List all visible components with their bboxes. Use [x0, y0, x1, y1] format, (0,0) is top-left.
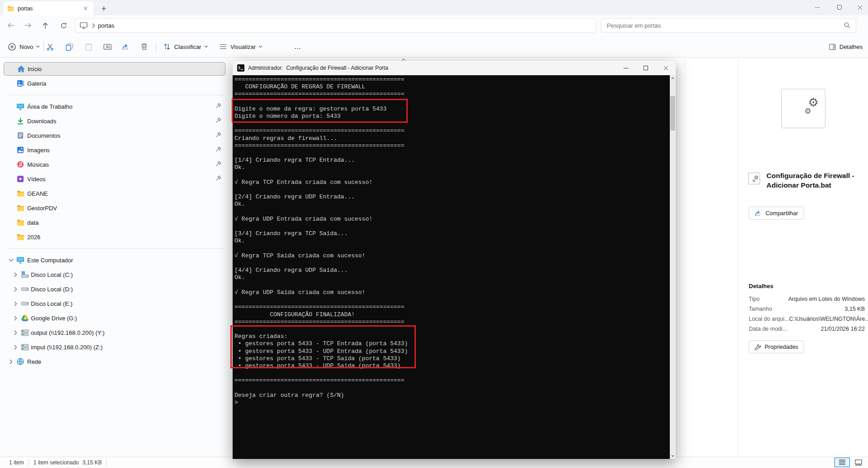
- sidebar-item-imagens[interactable]: Imagens: [4, 143, 225, 157]
- up-icon[interactable]: [38, 18, 53, 33]
- console-close-button[interactable]: [656, 61, 676, 75]
- chevron-down-icon[interactable]: [7, 256, 15, 264]
- sidebar-item-imput-192-168-0-200-z[interactable]: imput (\\192.168.0.200) (Z:): [4, 340, 225, 354]
- sidebar-item-v-deos[interactable]: Vídeos: [4, 172, 225, 186]
- delete-button[interactable]: [136, 39, 152, 54]
- console-line: CONFIGURAÇÃO FINALIZADA!: [234, 311, 408, 318]
- sidebar-item-m-sicas[interactable]: Músicas: [4, 158, 225, 171]
- pin-icon: [215, 146, 223, 154]
- console-window[interactable]: Administrador: Configuração de Firewall …: [233, 61, 676, 459]
- copy-icon: [66, 43, 73, 51]
- tab-close-icon[interactable]: [81, 4, 90, 13]
- tab-title: portas: [18, 5, 81, 12]
- chevron-right-icon[interactable]: [12, 300, 19, 307]
- sidebar-item-label: Início: [28, 66, 42, 72]
- chevron-right-icon[interactable]: [12, 271, 19, 278]
- more-button[interactable]: …: [289, 39, 306, 54]
- sort-icon: [163, 43, 171, 50]
- console-line: Ok.: [234, 201, 408, 208]
- details-view-toggle[interactable]: [834, 458, 850, 467]
- properties-button[interactable]: Propriedades: [749, 340, 804, 353]
- sidebar-item-disco-local-c[interactable]: Disco Local (C:): [4, 268, 225, 281]
- cut-button[interactable]: [42, 39, 58, 54]
- sidebar-item-rede[interactable]: Rede: [4, 355, 225, 368]
- disk-icon: [21, 285, 29, 293]
- sidebar-item-label: Downloads: [27, 118, 56, 125]
- new-tab-button[interactable]: [99, 4, 109, 14]
- sidebar-item-label: GestorPDV: [27, 205, 57, 212]
- console-scrollbar[interactable]: [670, 75, 676, 459]
- sidebar-item-google-drive-g[interactable]: Google Drive (G:): [4, 311, 225, 325]
- rename-button[interactable]: A: [99, 39, 116, 54]
- console-line: [234, 245, 408, 252]
- view-button-label: Visualizar: [230, 43, 256, 50]
- plus-circle-icon: [8, 43, 16, 51]
- window-maximize-button[interactable]: [829, 0, 850, 14]
- sidebar-item-geane[interactable]: GEANE: [4, 187, 225, 200]
- chevron-right-icon[interactable]: [12, 285, 19, 293]
- sidebar-item-este-computador[interactable]: Este Computador: [4, 253, 225, 267]
- view-button[interactable]: Visualizar: [216, 39, 266, 54]
- sidebar-item-gestorpdv[interactable]: GestorPDV: [4, 201, 225, 215]
- console-line: [234, 260, 408, 267]
- forward-icon[interactable]: [21, 18, 35, 33]
- sidebar-item-disco-local-e[interactable]: Disco Local (E:): [4, 297, 225, 310]
- sidebar-item-documentos[interactable]: Documentos: [4, 129, 225, 142]
- view-icon: [219, 43, 227, 50]
- console-line: √ Regra TCP Entrada criada com sucesso!: [234, 179, 408, 186]
- back-icon[interactable]: [4, 18, 18, 33]
- console-line: Ok.: [234, 274, 408, 281]
- svg-text:A: A: [106, 45, 109, 49]
- console-line: [234, 150, 408, 157]
- window-titlebar: portas: [0, 0, 868, 15]
- new-button[interactable]: Novo: [5, 39, 44, 54]
- computer-icon: [16, 256, 24, 264]
- console-maximize-button[interactable]: [636, 61, 656, 75]
- refresh-icon[interactable]: [56, 18, 71, 33]
- thumbnail-view-toggle[interactable]: [853, 458, 864, 467]
- sidebar-item-2026[interactable]: 2026: [4, 230, 225, 244]
- breadcrumb[interactable]: portas: [98, 22, 114, 29]
- sidebar-item-rea-de-trabalho[interactable]: Área de Trabalho: [4, 100, 225, 113]
- search-box[interactable]: [601, 18, 856, 33]
- sidebar-item-galeria[interactable]: Galeria: [4, 77, 225, 90]
- selected-file-name: Configuração de Firewall - Adicionar Por…: [766, 171, 862, 190]
- chevron-right-icon[interactable]: [12, 329, 19, 336]
- netdisk-icon: [21, 328, 29, 337]
- console-line: ========================================…: [234, 377, 408, 384]
- details-pane-toggle[interactable]: Detalhes: [825, 39, 866, 54]
- sidebar-item-disco-local-d[interactable]: Disco Local (D:): [4, 282, 225, 296]
- window-minimize-button[interactable]: [807, 0, 828, 14]
- sidebar-item-data[interactable]: data: [4, 216, 225, 229]
- paste-button[interactable]: [80, 39, 97, 54]
- sidebar-item-label: Google Drive (G:): [31, 315, 77, 322]
- desktop-icon: [16, 102, 24, 111]
- chevron-right-icon[interactable]: [12, 314, 19, 322]
- search-input[interactable]: [607, 22, 844, 29]
- sidebar-item-label: Músicas: [27, 161, 49, 168]
- sidebar-item-in-cio[interactable]: Início: [4, 62, 225, 76]
- chevron-right-icon[interactable]: [12, 343, 19, 351]
- gallery-icon: [16, 79, 24, 87]
- command-bar: Novo A Classi: [0, 35, 868, 58]
- console-scrollbar-thumb[interactable]: [670, 96, 675, 130]
- chevron-right-icon[interactable]: [7, 358, 15, 365]
- music-icon: [16, 160, 24, 169]
- copy-button[interactable]: [61, 39, 78, 54]
- search-icon[interactable]: [844, 22, 850, 29]
- share-button[interactable]: Compartilhar: [749, 207, 804, 220]
- share-toolbar-button[interactable]: [117, 39, 134, 54]
- detail-value: 21/01/2026 16:22: [821, 326, 865, 332]
- sidebar-item-label: Imagens: [27, 147, 50, 154]
- console-titlebar[interactable]: Administrador: Configuração de Firewall …: [233, 61, 676, 75]
- selection-count: 1 item selecionado: [34, 459, 79, 466]
- sort-button[interactable]: Classificar: [160, 39, 212, 54]
- sidebar-item-output-192-168-0-200-y[interactable]: output (\\192.168.0.200) (Y:): [4, 326, 225, 339]
- window-close-button[interactable]: [849, 0, 868, 14]
- console-minimize-button[interactable]: [616, 61, 636, 75]
- console-line: ========================================…: [234, 142, 408, 150]
- trash-icon: [141, 43, 147, 50]
- sidebar-item-downloads[interactable]: Downloads: [4, 114, 225, 128]
- address-input[interactable]: portas: [75, 18, 596, 33]
- tab-portas[interactable]: portas: [4, 1, 93, 15]
